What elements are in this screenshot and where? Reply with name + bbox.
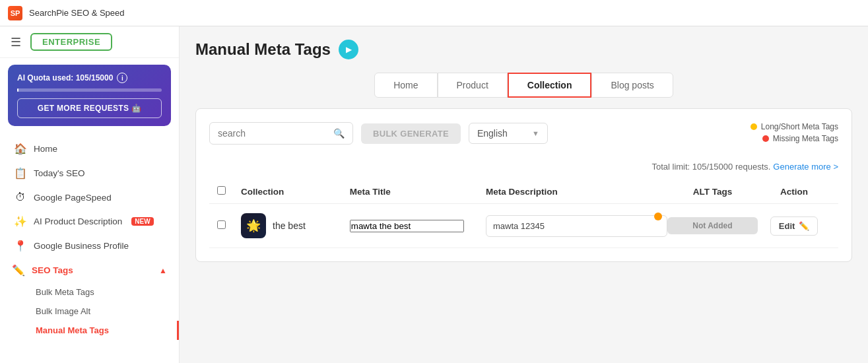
hamburger-button[interactable]: ☰ bbox=[8, 34, 24, 51]
sidebar-item-ai-label: AI Product Description bbox=[34, 216, 122, 226]
row-collection: 🌟 the best bbox=[241, 213, 350, 238]
new-badge: NEW bbox=[131, 217, 153, 226]
seo-tags-subnav: Bulk Meta Tags Bulk Image Alt Manual Met… bbox=[0, 282, 179, 340]
collection-cell: 🌟 the best bbox=[241, 213, 350, 238]
red-dot bbox=[762, 135, 769, 142]
header-collection: Collection bbox=[241, 187, 350, 197]
tab-blog-posts[interactable]: Blog posts bbox=[591, 73, 673, 98]
table-header: Collection Meta Title Meta Description A… bbox=[209, 180, 838, 204]
bulk-meta-tags-label: Bulk Meta Tags bbox=[36, 287, 94, 297]
tab-collection[interactable]: Collection bbox=[508, 73, 592, 98]
select-all-checkbox[interactable] bbox=[217, 186, 226, 195]
meta-desc-input[interactable] bbox=[486, 215, 667, 237]
seo-tags-icon: ✏️ bbox=[12, 264, 25, 277]
collection-name: the best bbox=[273, 220, 306, 231]
quota-bar-fill bbox=[17, 88, 18, 92]
sidebar-item-todays-seo[interactable]: 📋 Today's SEO bbox=[0, 161, 179, 185]
ai-quota-box: AI Quota used: 105/15000 i GET MORE REQU… bbox=[8, 65, 171, 126]
play-icon: ▶ bbox=[346, 45, 352, 54]
ai-quota-title: AI Quota used: 105/15000 i bbox=[17, 73, 162, 83]
search-box: 🔍 bbox=[209, 122, 353, 145]
quota-bar-bg bbox=[17, 88, 162, 92]
sidebar-item-pagespeed-label: Google PageSpeed bbox=[34, 193, 112, 203]
sidebar-item-google-pagespeed[interactable]: ⏱ Google PageSpeed bbox=[0, 185, 179, 209]
manual-meta-tags-label: Manual Meta Tags bbox=[36, 325, 109, 335]
limit-row: Total limit: 105/15000 requests. Generat… bbox=[209, 162, 838, 172]
header-alt-tags: ALT Tags bbox=[667, 187, 758, 197]
row-alt-tags: Not Added bbox=[667, 217, 758, 234]
chevron-down-icon: ▼ bbox=[532, 129, 539, 137]
home-icon: 🏠 bbox=[14, 143, 27, 155]
legend-long-short-label: Long/Short Meta Tags bbox=[761, 122, 838, 131]
seo-tags-label: SEO Tags bbox=[32, 265, 73, 275]
seo-tags-group: ✏️ SEO Tags ▲ Bulk Meta Tags Bulk Image … bbox=[0, 258, 179, 340]
page-title: Manual Meta Tags bbox=[195, 40, 331, 59]
edit-button[interactable]: Edit ✏️ bbox=[770, 216, 818, 236]
row-meta-desc bbox=[486, 215, 667, 237]
legend-missing: Missing Meta Tags bbox=[762, 134, 838, 143]
sidebar-top: ☰ ENTERPRISE bbox=[0, 26, 179, 58]
search-filter-row: 🔍 BULK GENERATE English ▼ bbox=[209, 122, 548, 145]
sidebar-item-manual-meta-tags[interactable]: Manual Meta Tags bbox=[24, 321, 179, 340]
layout: ☰ ENTERPRISE AI Quota used: 105/15000 i … bbox=[0, 26, 868, 363]
yellow-dot bbox=[751, 123, 757, 130]
app-logo: SP bbox=[8, 6, 22, 20]
play-button[interactable]: ▶ bbox=[339, 40, 358, 59]
sidebar: ☰ ENTERPRISE AI Quota used: 105/15000 i … bbox=[0, 26, 180, 363]
header-action: Action bbox=[758, 187, 830, 197]
tabs-row: Home Product Collection Blog posts bbox=[195, 73, 852, 98]
sidebar-item-home-label: Home bbox=[34, 144, 57, 154]
seo-tags-header[interactable]: ✏️ SEO Tags ▲ bbox=[0, 258, 179, 282]
search-icon: 🔍 bbox=[333, 128, 345, 139]
legend-long-short: Long/Short Meta Tags bbox=[751, 122, 838, 131]
top-bar: SP SearchPie SEO & Speed bbox=[0, 0, 868, 26]
app-title: SearchPie SEO & Speed bbox=[29, 8, 125, 18]
sidebar-item-todays-seo-label: Today's SEO bbox=[34, 168, 85, 178]
row-checkbox[interactable] bbox=[217, 220, 226, 229]
language-select[interactable]: English ▼ bbox=[469, 123, 548, 144]
row-action: Edit ✏️ bbox=[758, 216, 830, 236]
legend-missing-label: Missing Meta Tags bbox=[773, 134, 838, 143]
header-check bbox=[217, 186, 241, 197]
limit-text: Total limit: 105/15000 requests. bbox=[651, 162, 770, 172]
meta-title-input[interactable] bbox=[350, 220, 464, 232]
row-meta-title bbox=[350, 220, 486, 232]
sidebar-item-home[interactable]: 🏠 Home bbox=[0, 137, 179, 161]
bulk-image-alt-label: Bulk Image Alt bbox=[36, 306, 90, 316]
get-more-requests-button[interactable]: GET MORE REQUESTS 🤖 bbox=[17, 98, 162, 118]
tab-home[interactable]: Home bbox=[374, 73, 437, 98]
sidebar-item-business-label: Google Business Profile bbox=[34, 241, 129, 251]
orange-dot-indicator bbox=[654, 213, 662, 220]
sidebar-item-bulk-image-alt[interactable]: Bulk Image Alt bbox=[24, 302, 179, 321]
generate-more-link[interactable]: Generate more > bbox=[773, 162, 838, 172]
edit-pencil-icon: ✏️ bbox=[799, 221, 809, 231]
sidebar-item-bulk-meta-tags[interactable]: Bulk Meta Tags bbox=[24, 282, 179, 302]
ai-product-icon: ✨ bbox=[14, 215, 27, 228]
enterprise-button[interactable]: ENTERPRISE bbox=[30, 33, 112, 51]
main-content: Manual Meta Tags ▶ Home Product Collecti… bbox=[180, 26, 868, 363]
actions-row: Edit ✏️ bbox=[758, 216, 830, 236]
todays-seo-icon: 📋 bbox=[14, 167, 27, 180]
header-meta-title: Meta Title bbox=[350, 187, 486, 197]
search-input[interactable] bbox=[218, 128, 333, 139]
not-added-badge: Not Added bbox=[667, 217, 758, 234]
row-check bbox=[217, 220, 241, 231]
collection-icon: 🌟 bbox=[241, 213, 266, 238]
header-meta-desc: Meta Description bbox=[486, 187, 667, 197]
language-label: English bbox=[477, 128, 508, 139]
nav-section: 🏠 Home 📋 Today's SEO ⏱ Google PageSpeed … bbox=[0, 133, 179, 344]
table-row: 🌟 the best Not Added bbox=[209, 204, 838, 248]
info-icon[interactable]: i bbox=[117, 73, 127, 83]
tab-product[interactable]: Product bbox=[438, 73, 508, 98]
sidebar-item-google-business-profile[interactable]: 📍 Google Business Profile bbox=[0, 234, 179, 258]
sidebar-item-ai-product-description[interactable]: ✨ AI Product Description NEW bbox=[0, 209, 179, 234]
content-card: 🔍 BULK GENERATE English ▼ Long/Short Met… bbox=[195, 108, 852, 262]
business-profile-icon: 📍 bbox=[14, 240, 27, 252]
edit-label: Edit bbox=[779, 221, 795, 231]
bulk-generate-button[interactable]: BULK GENERATE bbox=[361, 123, 461, 144]
legend-row: Long/Short Meta Tags Missing Meta Tags bbox=[751, 122, 838, 143]
chevron-up-icon: ▲ bbox=[159, 266, 167, 275]
pagespeed-icon: ⏱ bbox=[14, 191, 27, 203]
page-header: Manual Meta Tags ▶ bbox=[195, 40, 852, 59]
